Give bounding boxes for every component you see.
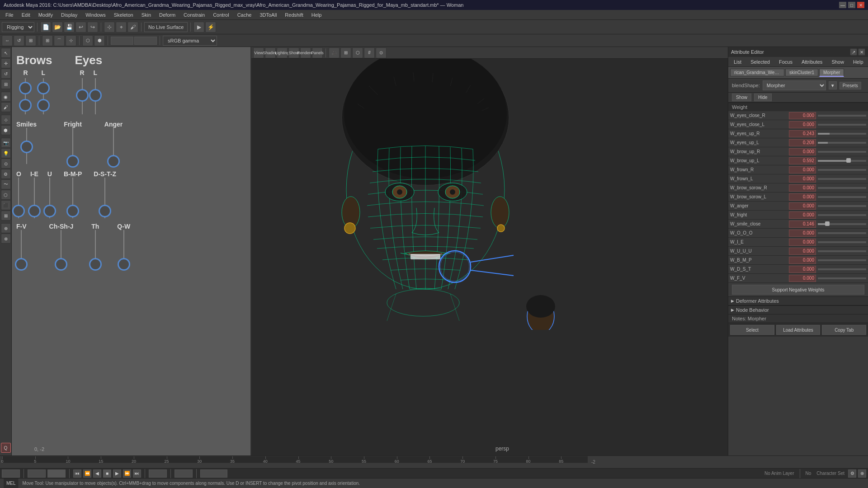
attr-slider[interactable] (818, 196, 866, 198)
select-mode-button[interactable]: ⊹ (104, 22, 115, 33)
attr-value-input[interactable] (789, 266, 816, 273)
menu-item-edit[interactable]: Edit (18, 11, 34, 19)
blend-shape-select[interactable]: Morpher (763, 80, 826, 90)
joint-button[interactable]: ⊙ (1, 159, 11, 169)
attr-float-button[interactable]: ↗ (850, 48, 857, 56)
attr-value-input[interactable] (789, 175, 816, 183)
chshj-knob[interactable] (55, 258, 67, 271)
range-end-input[interactable]: 120 (149, 469, 167, 478)
show-manipulator-button[interactable]: ⊹ (1, 115, 11, 125)
cam3-button[interactable]: ⬡ (352, 47, 363, 58)
panels-menu[interactable]: Panels (312, 47, 323, 58)
deformer-attributes-header[interactable]: ▶ Deformer Attributes (728, 296, 868, 305)
attr-tab-selected[interactable]: Selected (747, 58, 774, 66)
dstz-knob[interactable] (99, 205, 111, 217)
attr-value-input[interactable] (789, 275, 816, 282)
menu-item-constrain[interactable]: Constrain (180, 11, 208, 19)
menu-item-cache[interactable]: Cache (234, 11, 255, 19)
value2-input[interactable]: 1.00 (134, 37, 157, 45)
viewport[interactable]: View Shading Lighting Show Renderer Pane… (251, 47, 728, 455)
menu-item-file[interactable]: File (2, 11, 17, 19)
misc1-button[interactable]: ⊕ (1, 223, 11, 233)
attr-slider[interactable] (818, 151, 866, 153)
menu-item-control[interactable]: Control (209, 11, 232, 19)
attr-slider[interactable] (818, 277, 866, 279)
attr-slider[interactable] (818, 133, 866, 135)
attr-slider[interactable] (818, 160, 866, 162)
eye-r-knob[interactable] (76, 89, 89, 102)
attr-slider[interactable] (818, 268, 866, 270)
blend-shape-options-button[interactable]: ▼ (829, 81, 837, 89)
smiles-knob[interactable] (20, 141, 33, 153)
redo-button[interactable]: ↪ (87, 22, 98, 33)
wireframe-button[interactable]: ⬢ (94, 35, 105, 46)
attr-tab-help[interactable]: Help (849, 58, 867, 66)
attr-tab-list[interactable]: List (730, 58, 745, 66)
action-select-button[interactable]: Select (730, 325, 774, 335)
o-knob[interactable] (12, 205, 25, 217)
attr-value-input[interactable] (789, 248, 816, 255)
scale-button[interactable]: ⊞ (1, 79, 11, 89)
fv-knob[interactable] (15, 258, 28, 271)
close-button[interactable]: ✕ (857, 2, 864, 8)
node-tab-0[interactable]: rican_Grandma_Wearing_Pajamas_Rigged (730, 69, 784, 76)
open-button[interactable]: 📂 (52, 22, 63, 33)
surface-button[interactable]: ⬡ (1, 190, 11, 200)
attr-value-input[interactable] (789, 121, 816, 128)
range-end2-input[interactable]: 200 (200, 469, 227, 478)
camera-button[interactable]: 📷 (1, 138, 11, 148)
attr-value-input[interactable] (789, 202, 816, 210)
attr-slider[interactable] (818, 169, 866, 171)
curve-button[interactable]: 〜 (1, 179, 11, 189)
brow-l-top-knob[interactable] (37, 82, 50, 94)
attr-tab-attributes[interactable]: Attributes (798, 58, 826, 66)
attr-slider-handle[interactable] (846, 158, 851, 163)
scale-tool-button[interactable]: ⊞ (25, 35, 36, 46)
play-back-button[interactable]: ◀ (93, 469, 101, 478)
fps-input[interactable]: 120 (175, 469, 193, 478)
hide-button[interactable]: Hide (754, 94, 772, 101)
attr-slider[interactable] (818, 205, 866, 207)
attr-slider[interactable] (818, 124, 866, 126)
maximize-button[interactable]: □ (848, 2, 855, 8)
u-knob[interactable] (43, 205, 56, 217)
new-scene-button[interactable]: 📄 (40, 22, 51, 33)
prev-frame-button[interactable]: ⏮ (73, 469, 81, 478)
next-key-button[interactable]: ⏩ (123, 469, 131, 478)
paint-button[interactable]: 🖌 (127, 22, 138, 33)
brow-r-top-knob[interactable] (19, 82, 32, 94)
cam1-button[interactable]: 🎥 (329, 47, 340, 58)
attr-value-input[interactable] (789, 148, 816, 155)
node-tab-2[interactable]: Morpher (819, 69, 844, 77)
current-frame-input[interactable]: -2 (2, 469, 20, 478)
paint-weights-button[interactable]: 🖌 (1, 102, 11, 112)
minimize-button[interactable]: — (839, 2, 846, 8)
attr-value-input[interactable] (789, 239, 816, 246)
char-set-button[interactable]: ⚙ (848, 469, 856, 478)
attr-value-input[interactable] (789, 139, 816, 146)
deformer-button[interactable]: ⊠ (1, 211, 11, 221)
menu-item-modify[interactable]: Modify (35, 11, 57, 19)
cam2-button[interactable]: ⊞ (340, 47, 351, 58)
renderer-menu[interactable]: Renderer (300, 47, 311, 58)
rotate-button[interactable]: ↺ (1, 69, 11, 79)
attr-close-button[interactable]: ✕ (858, 48, 865, 56)
select-button[interactable]: ↖ (1, 48, 11, 58)
snap-point-button[interactable]: ⊹ (66, 35, 76, 46)
shading-menu[interactable]: Shading (265, 47, 276, 58)
play-forward-button[interactable]: ▶ (113, 469, 121, 478)
menu-item-skeleton[interactable]: Skeleton (110, 11, 137, 19)
th-knob[interactable] (89, 258, 102, 271)
move-button[interactable]: ✛ (1, 58, 11, 68)
menu-item-display[interactable]: Display (57, 11, 81, 19)
attr-tab-show[interactable]: Show (828, 58, 848, 66)
attr-slider[interactable] (818, 178, 866, 180)
attr-value-input[interactable] (789, 221, 816, 228)
quicksel-button[interactable]: Q (1, 443, 11, 453)
brow-r-bottom-knob[interactable] (19, 99, 32, 112)
misc2-button[interactable]: ⊗ (1, 234, 11, 244)
value1-input[interactable]: 0.00 (111, 37, 133, 45)
attr-value-input[interactable] (789, 193, 816, 201)
attr-slider[interactable] (818, 223, 866, 225)
menu-item-skin[interactable]: Skin (138, 11, 155, 19)
